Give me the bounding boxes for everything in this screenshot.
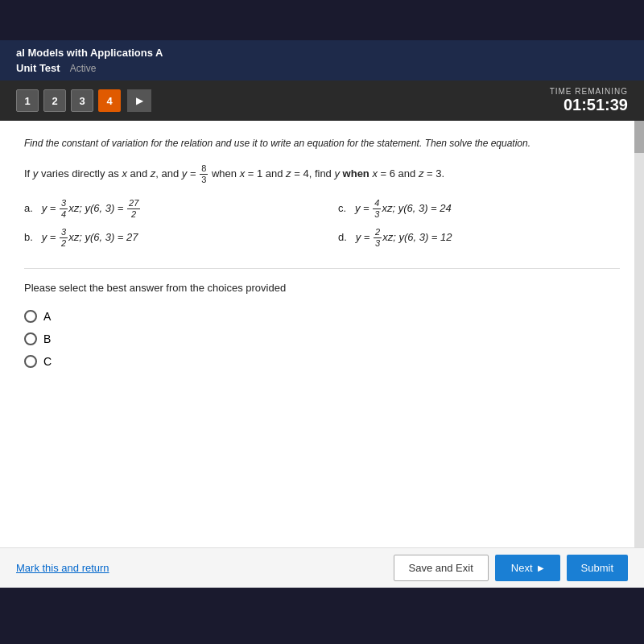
choice-b-label: b. xyxy=(24,231,39,243)
select-instruction: Please select the best answer from the c… xyxy=(24,282,620,294)
header: al Models with Applications A Unit Test … xyxy=(0,40,644,80)
radio-circle-c xyxy=(24,355,37,368)
status-badge: Active xyxy=(70,63,97,74)
timer-section: TIME REMAINING 01:51:39 xyxy=(550,87,628,114)
choice-a-text2: xz; y(6, 3) = xyxy=(68,202,126,214)
radio-option-a[interactable]: A xyxy=(24,310,620,323)
next-question-arrow[interactable]: ▶ xyxy=(127,89,151,112)
nav-bar: 1 2 3 4 ▶ TIME REMAINING 01:51:39 xyxy=(0,80,644,121)
choice-c-text: y = xyxy=(355,202,372,214)
choice-a: a. y = 34xz; y(6, 3) = 272 xyxy=(24,198,306,220)
timer-label: TIME REMAINING xyxy=(550,87,628,96)
next-button[interactable]: Next xyxy=(495,555,560,581)
choice-d-text2: xz; y(6, 3) = 12 xyxy=(382,231,452,243)
question-2-btn[interactable]: 2 xyxy=(43,89,66,112)
footer-bar: Mark this and return Save and Exit Next … xyxy=(0,547,644,588)
question-numbers: 1 2 3 4 xyxy=(16,89,121,112)
top-bar xyxy=(0,0,644,40)
radio-circle-a xyxy=(24,310,37,323)
choice-d-label: d. xyxy=(338,231,353,243)
choice-b-text2: xz; y(6, 3) = 27 xyxy=(68,231,138,243)
footer-buttons: Save and Exit Next Submit xyxy=(394,555,628,581)
divider xyxy=(24,268,620,269)
radio-option-c[interactable]: C xyxy=(24,355,620,368)
radio-label-b: B xyxy=(43,332,51,345)
question-instruction: Find the constant of variation for the r… xyxy=(24,137,620,151)
frac-4-3: 43 xyxy=(373,198,381,220)
question-text-part1: If y varies directly as x and z, and y = xyxy=(24,167,196,180)
content-area: Find the constant of variation for the r… xyxy=(0,121,644,588)
choice-d: d. y = 23xz; y(6, 3) = 12 xyxy=(338,227,620,249)
radio-option-b[interactable]: B xyxy=(24,332,620,345)
choice-c-text2: xz; y(6, 3) = 24 xyxy=(382,202,451,214)
radio-label-a: A xyxy=(43,310,51,323)
question-1-btn[interactable]: 1 xyxy=(16,89,39,112)
submit-button[interactable]: Submit xyxy=(567,555,628,581)
choice-b: b. y = 32xz; y(6, 3) = 27 xyxy=(24,227,306,249)
header-title: al Models with Applications A xyxy=(16,47,628,59)
radio-options: A B C xyxy=(24,310,620,368)
timer-value: 01:51:39 xyxy=(550,96,628,114)
frac-27-2: 272 xyxy=(127,198,140,220)
save-exit-button[interactable]: Save and Exit xyxy=(394,555,489,581)
fraction-8-3: 8 3 xyxy=(200,163,208,185)
choice-a-label: a. xyxy=(24,202,39,214)
question-text-part2: when x = 1 and z = 4, find y when x = 6 … xyxy=(212,167,444,180)
choice-b-text: y = xyxy=(42,231,59,243)
radio-label-c: C xyxy=(43,355,52,368)
choice-a-text: y = xyxy=(42,202,59,214)
unit-test-label: Unit Test xyxy=(16,62,60,74)
question-4-btn[interactable]: 4 xyxy=(98,89,121,112)
radio-circle-b xyxy=(24,332,37,345)
choices-grid: a. y = 34xz; y(6, 3) = 272 c. y = 43xz; … xyxy=(24,198,620,249)
frac-2-3: 23 xyxy=(374,227,382,249)
choice-c: c. y = 43xz; y(6, 3) = 24 xyxy=(338,198,620,220)
mark-return-link[interactable]: Mark this and return xyxy=(16,562,109,574)
question-text: If y varies directly as x and z, and y =… xyxy=(24,163,620,185)
choice-c-label: c. xyxy=(338,202,352,214)
frac-3-4: 34 xyxy=(60,198,68,220)
question-3-btn[interactable]: 3 xyxy=(71,89,93,112)
choice-d-text: y = xyxy=(356,231,373,243)
frac-3-2: 32 xyxy=(60,227,68,249)
